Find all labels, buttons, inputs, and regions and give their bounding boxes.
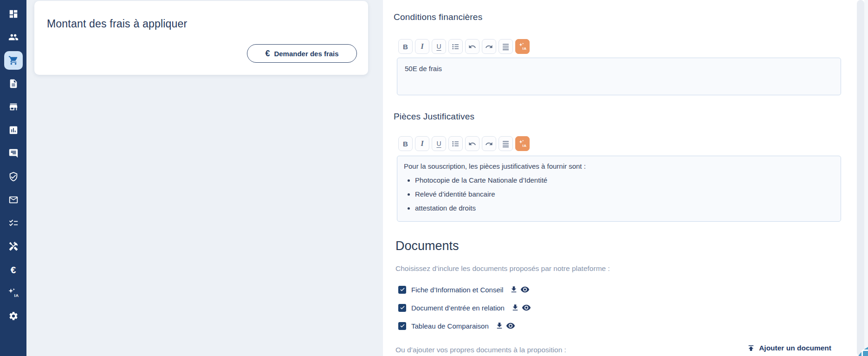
checklist-icon	[8, 218, 19, 228]
align-justify-button[interactable]	[499, 136, 513, 151]
request-fees-button[interactable]: € Demander des frais	[247, 44, 357, 63]
check-icon	[400, 323, 405, 329]
documents-heading: Documents	[395, 239, 459, 253]
align-justify-icon	[502, 43, 510, 51]
list-item: Relevé d’identité bancaire	[415, 190, 834, 199]
scrollbar-track	[864, 0, 868, 356]
add-document-label: Ajouter un document	[759, 344, 831, 352]
document-label: Fiche d’Information et Conseil	[411, 286, 503, 294]
bullet-list-button[interactable]	[448, 39, 463, 54]
align-justify-button[interactable]	[499, 39, 513, 54]
eye-icon[interactable]	[520, 285, 530, 294]
justificatifs-heading: Pièces Justificatives	[394, 112, 474, 122]
sidebar-item-dashboard[interactable]	[4, 5, 23, 23]
proposal-panel: Conditions financières B I U IA 50E de f…	[383, 0, 868, 356]
redo-icon	[485, 140, 493, 148]
conditions-editor-text: 50E de frais	[405, 65, 442, 73]
app-root: € IA Montant des frais à appliquer € Dem…	[0, 0, 868, 356]
underline-button[interactable]: U	[432, 136, 446, 151]
sidebar-item-compliance[interactable]	[4, 167, 23, 186]
sidebar-item-messages[interactable]	[4, 144, 23, 163]
mail-icon	[8, 195, 19, 205]
sidebar-item-reports[interactable]	[4, 121, 23, 139]
chart-icon	[8, 125, 19, 135]
sidebar-item-ai[interactable]: IA	[4, 283, 23, 302]
users-icon	[8, 32, 19, 42]
check-icon	[400, 305, 405, 310]
assistant-icon	[862, 349, 868, 356]
sidebar-item-tasks[interactable]	[4, 214, 23, 232]
store-icon	[8, 102, 19, 112]
redo-button[interactable]	[482, 136, 496, 151]
upload-icon	[747, 344, 755, 352]
justificatifs-editor-field[interactable]: Pour la souscription, les pièces justifi…	[397, 156, 841, 222]
document-label: Document d’entrée en relation	[411, 304, 505, 312]
ai-generate-button[interactable]: IA	[515, 136, 530, 151]
justificatifs-editor-toolbar: B I U IA	[398, 136, 530, 151]
request-fees-label: Demander des frais	[274, 50, 338, 58]
list-item: Photocopie de la Carte Nationale d’Ident…	[415, 176, 834, 185]
dashboard-icon	[8, 9, 19, 19]
italic-button[interactable]: I	[415, 136, 429, 151]
bold-button[interactable]: B	[398, 136, 413, 151]
document-row: Tableau de Comparaison	[398, 321, 518, 331]
document-icon	[8, 79, 19, 89]
bold-button[interactable]: B	[398, 39, 413, 54]
justificatifs-list: Photocopie de la Carte Nationale d’Ident…	[404, 176, 834, 213]
ai-sparkle-icon: IA	[518, 42, 527, 51]
scrollbar-thumb[interactable]	[857, 0, 864, 356]
sidebar-item-mail[interactable]	[4, 191, 23, 209]
bullet-list-icon	[452, 140, 460, 148]
sidebar-item-documents[interactable]	[4, 74, 23, 93]
ai-sparkle-icon: IA	[8, 287, 19, 298]
cart-icon	[8, 55, 19, 66]
sidebar-item-tools[interactable]	[4, 237, 23, 256]
ai-sparkle-icon: IA	[518, 139, 527, 148]
undo-icon	[468, 43, 476, 51]
conditions-editor-field[interactable]: 50E de frais	[397, 58, 841, 95]
bullet-list-button[interactable]	[448, 136, 463, 151]
ai-generate-button[interactable]: IA	[515, 39, 530, 54]
add-document-button[interactable]: Ajouter un document	[744, 343, 834, 353]
check-icon	[400, 287, 405, 292]
conditions-heading: Conditions financières	[394, 12, 482, 22]
sidebar-item-settings[interactable]	[4, 307, 23, 325]
document-checkbox[interactable]	[398, 286, 406, 294]
sidebar-item-users[interactable]	[4, 28, 23, 46]
download-icon[interactable]	[511, 303, 519, 312]
underline-button[interactable]: U	[432, 39, 446, 54]
bullet-list-icon	[452, 43, 460, 51]
eye-icon[interactable]	[506, 321, 515, 330]
documents-choose-label: Choisissez d’inclure les documents propo…	[395, 264, 610, 273]
sidebar-item-store[interactable]	[4, 98, 23, 116]
fees-card: Montant des frais à appliquer € Demander…	[34, 1, 368, 75]
shield-check-icon	[8, 171, 19, 182]
gear-icon	[8, 311, 19, 321]
undo-button[interactable]	[465, 39, 479, 54]
sidebar-item-cart-active[interactable]	[4, 51, 23, 70]
eye-icon[interactable]	[522, 303, 531, 312]
redo-icon	[485, 43, 493, 51]
document-label: Tableau de Comparaison	[411, 322, 489, 330]
italic-button[interactable]: I	[415, 39, 429, 54]
add-own-documents-label: Ou d’ajouter vos propres documents à la …	[395, 346, 566, 354]
chat-icon	[8, 148, 19, 158]
list-item: attestation de droits	[415, 204, 834, 213]
undo-button[interactable]	[465, 136, 479, 151]
document-checkbox[interactable]	[398, 322, 406, 330]
sidebar-item-finance[interactable]: €	[4, 260, 23, 279]
document-row: Fiche d’Information et Conseil	[398, 284, 532, 295]
download-icon[interactable]	[495, 322, 504, 330]
justificatifs-intro: Pour la souscription, les pièces justifi…	[404, 162, 834, 170]
document-checkbox[interactable]	[398, 304, 406, 312]
tools-icon	[8, 241, 19, 251]
sidebar: € IA	[0, 0, 26, 356]
euro-icon: €	[265, 49, 270, 59]
fees-card-title: Montant des frais à appliquer	[47, 18, 187, 30]
euro-icon: €	[11, 265, 16, 275]
download-icon[interactable]	[510, 285, 518, 294]
align-justify-icon	[502, 140, 510, 148]
redo-button[interactable]	[482, 39, 496, 54]
undo-icon	[468, 140, 476, 148]
conditions-editor-toolbar: B I U IA	[398, 39, 530, 54]
